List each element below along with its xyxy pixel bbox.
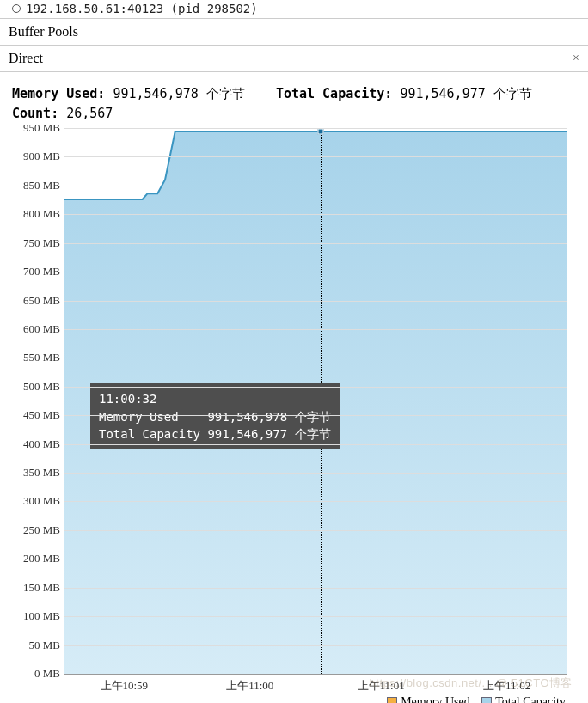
watermark: https://blog.csdn.net/... @ 51CTO博客 bbox=[370, 675, 573, 691]
grid-line bbox=[64, 530, 567, 531]
legend-swatch-total-capacity bbox=[481, 697, 492, 703]
y-tick-label: 200 MB bbox=[12, 552, 60, 565]
grid-line bbox=[64, 243, 567, 244]
grid-line bbox=[64, 186, 567, 186]
y-tick-label: 100 MB bbox=[12, 609, 60, 623]
plot-area[interactable]: 11:00:32 Memory Used 991,546,978 个字节 Tot… bbox=[64, 128, 567, 675]
y-tick-label: 0 MB bbox=[12, 667, 60, 681]
hover-cursor-dot bbox=[318, 129, 324, 135]
y-tick-label: 700 MB bbox=[12, 265, 60, 278]
memory-used-label: Memory Used: bbox=[12, 86, 105, 101]
count-value: 26,567 bbox=[66, 106, 113, 121]
legend-total-capacity: Total Capacity bbox=[495, 695, 566, 703]
x-tick-label: 上午10:59 bbox=[101, 678, 149, 694]
grid-line bbox=[64, 329, 567, 330]
grid-line bbox=[64, 616, 567, 617]
grid-line bbox=[64, 444, 567, 445]
y-tick-label: 550 MB bbox=[12, 351, 60, 364]
grid-line bbox=[64, 358, 567, 358]
grid-line bbox=[64, 214, 567, 215]
buffer-pools-header: Buffer Pools bbox=[0, 19, 588, 46]
grid-line bbox=[64, 645, 567, 646]
total-capacity-value: 991,546,977 bbox=[400, 86, 485, 101]
grid-line bbox=[64, 301, 567, 302]
chart-area[interactable]: 11:00:32 Memory Used 991,546,978 个字节 Tot… bbox=[12, 128, 576, 703]
y-tick-label: 750 MB bbox=[12, 236, 60, 250]
x-tick-label: 上午11:00 bbox=[226, 678, 273, 694]
window-title-bar: 192.168.50.61:40123 (pid 298502) bbox=[0, 0, 588, 19]
grid-line bbox=[64, 415, 567, 416]
legend-memory-used: Memory Used bbox=[401, 695, 470, 703]
y-tick-label: 600 MB bbox=[12, 322, 60, 336]
memory-used-value: 991,546,978 bbox=[113, 86, 198, 101]
grid-line bbox=[64, 387, 567, 388]
count-label: Count: bbox=[12, 106, 58, 121]
y-tick-label: 50 MB bbox=[12, 639, 60, 652]
hover-tooltip: 11:00:32 Memory Used 991,546,978 个字节 Tot… bbox=[90, 383, 340, 449]
stats-line-2: Count: 26,567 bbox=[12, 104, 576, 124]
y-tick-label: 950 MB bbox=[12, 121, 60, 135]
y-tick-label: 350 MB bbox=[12, 466, 60, 480]
grid-line bbox=[64, 588, 567, 589]
total-capacity-label: Total Capacity: bbox=[276, 86, 392, 101]
stats-line-1: Memory Used: 991,546,978 个字节 Total Capac… bbox=[12, 84, 576, 104]
chart-legend: Memory Used Total Capacity bbox=[12, 695, 566, 703]
direct-label: Direct bbox=[9, 51, 43, 66]
y-tick-label: 250 MB bbox=[12, 523, 60, 537]
legend-swatch-memory-used bbox=[387, 697, 397, 703]
y-tick-label: 500 MB bbox=[12, 380, 60, 394]
total-capacity-unit: 个字节 bbox=[493, 86, 532, 101]
y-tick-label: 450 MB bbox=[12, 408, 60, 422]
grid-line bbox=[64, 559, 567, 559]
y-tick-label: 150 MB bbox=[12, 581, 60, 595]
y-tick-label: 650 MB bbox=[12, 294, 60, 308]
grid-line bbox=[64, 272, 567, 272]
y-tick-label: 400 MB bbox=[12, 437, 60, 451]
memory-used-unit: 个字节 bbox=[206, 86, 245, 101]
grid-line bbox=[64, 156, 567, 157]
y-tick-label: 800 MB bbox=[12, 207, 60, 221]
y-tick-label: 900 MB bbox=[12, 150, 60, 163]
window-title-text: 192.168.50.61:40123 (pid 298502) bbox=[26, 2, 258, 15]
grid-line bbox=[64, 473, 567, 474]
direct-panel-header: Direct × bbox=[0, 46, 588, 72]
grid-line bbox=[64, 128, 567, 129]
stats-block: Memory Used: 991,546,978 个字节 Total Capac… bbox=[12, 84, 576, 123]
close-icon[interactable]: × bbox=[573, 52, 579, 65]
panel-content: Memory Used: 991,546,978 个字节 Total Capac… bbox=[0, 72, 588, 703]
y-tick-label: 300 MB bbox=[12, 494, 60, 508]
buffer-pools-label: Buffer Pools bbox=[9, 24, 78, 39]
status-dot-icon bbox=[12, 4, 21, 13]
y-tick-label: 850 MB bbox=[12, 179, 60, 193]
grid-line bbox=[64, 501, 567, 502]
